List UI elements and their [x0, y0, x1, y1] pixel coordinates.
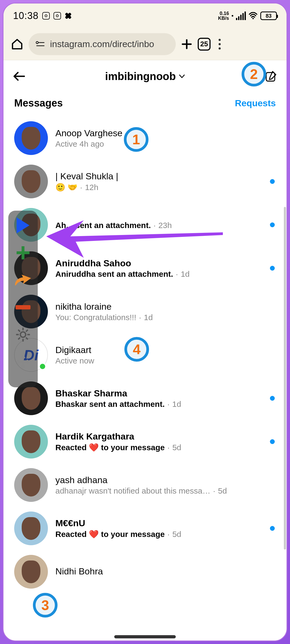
share-arrow-icon[interactable] — [14, 271, 32, 289]
unread-dot — [270, 179, 275, 184]
messages-heading: Messages — [14, 97, 63, 109]
gear-icon[interactable] — [14, 325, 32, 344]
instagram-icon — [54, 12, 61, 20]
status-bar: 10:38 0.16 KB/s 83 — [3, 3, 287, 28]
minus-icon[interactable] — [14, 298, 32, 317]
chat-row[interactable]: Aniruddha SahooAniruddha sent an attachm… — [3, 247, 287, 290]
status-time: 10:38 — [13, 10, 39, 21]
browser-bar: instagram.com/direct/inbo 25 — [3, 28, 287, 60]
url-text: instagram.com/direct/inbo — [50, 39, 154, 49]
username-label: imbibingnoob — [105, 70, 176, 82]
move-icon[interactable] — [14, 353, 32, 371]
compose-icon[interactable] — [265, 70, 277, 82]
svg-line-12 — [18, 330, 20, 332]
chat-row[interactable]: Hardik KargatharaReacted ❤️ to your mess… — [3, 420, 287, 463]
tab-switcher[interactable]: 25 — [198, 38, 211, 51]
unread-dot — [270, 439, 275, 444]
chat-name: Bhaskar Sharma — [55, 388, 262, 399]
chat-row[interactable]: DiDigikaartActive now — [3, 333, 287, 377]
chat-name: Nidhi Bohra — [55, 566, 276, 577]
site-settings-icon — [36, 40, 45, 48]
signal-icon — [236, 12, 246, 20]
chat-text: Nidhi Bohra — [55, 566, 276, 578]
chat-preview: Aniruddha sent an attachment. · 1d — [55, 270, 262, 279]
chat-preview: adhanajr wasn't notified about this mess… — [55, 486, 276, 495]
avatar[interactable] — [14, 555, 48, 589]
menu-icon[interactable] — [219, 39, 221, 50]
signal-dot — [232, 15, 233, 17]
chat-name: Aniruddha Sahoo — [55, 258, 262, 268]
chat-name: Digikaart — [55, 345, 276, 355]
chat-row[interactable]: Bhaskar SharmaBhaskar sent an attachment… — [3, 377, 287, 420]
chat-text: yash adhanaadhanajr wasn't notified abou… — [55, 475, 276, 495]
account-switcher[interactable]: imbibingnoob — [30, 70, 260, 82]
play-icon[interactable] — [14, 216, 32, 235]
chat-row[interactable]: Nidhi Bohra — [3, 550, 287, 593]
unread-dot — [270, 222, 275, 227]
new-tab-icon[interactable] — [181, 39, 192, 50]
chat-list: Anoop VargheseActive 4h ago| Keval Shukl… — [3, 114, 287, 596]
avatar-silhouette — [22, 127, 40, 150]
scrollbar[interactable] — [284, 207, 286, 550]
bandaid-icon — [63, 11, 73, 21]
svg-line-14 — [26, 330, 28, 332]
chat-text: Bhaskar SharmaBhaskar sent an attachment… — [55, 388, 262, 409]
chat-name: yash adhana — [55, 475, 276, 485]
chat-name: Hardik Kargathara — [55, 431, 262, 442]
svg-point-1 — [36, 41, 38, 44]
avatar[interactable] — [14, 468, 48, 502]
unread-dot — [270, 266, 275, 271]
chat-text: Aniruddha SahooAniruddha sent an attachm… — [55, 258, 262, 279]
avatar[interactable] — [14, 425, 48, 459]
chat-row[interactable]: Anoop VargheseActive 4h ago — [3, 116, 287, 160]
back-icon[interactable] — [13, 71, 25, 81]
chat-name: | Keval Shukla | — [55, 171, 262, 181]
page-header: imbibingnoob — [3, 60, 287, 92]
android-nav-pill[interactable] — [114, 635, 176, 638]
wifi-icon — [249, 12, 258, 20]
chat-text: | Keval Shukla |🙂 🤝 · 12h — [55, 171, 262, 192]
chevron-down-icon — [179, 74, 185, 78]
unread-dot — [270, 396, 275, 401]
chat-row[interactable]: | Keval Shukla |🙂 🤝 · 12h — [3, 160, 287, 203]
chat-text: Anoop VargheseActive 4h ago — [55, 128, 276, 149]
url-bar[interactable]: instagram.com/direct/inbo — [29, 33, 176, 55]
chat-preview: Active now — [55, 356, 276, 365]
svg-point-7 — [20, 332, 26, 337]
chat-preview: Reacted ❤️ to your message · 5d — [55, 529, 262, 539]
chat-text: nikitha loraineYou: Congratulations!!! ·… — [55, 301, 276, 322]
chat-preview: Ah... sent an attachment. · 23h — [55, 221, 262, 230]
home-icon[interactable] — [11, 38, 23, 50]
avatar-silhouette — [22, 474, 40, 497]
chat-row[interactable]: nikitha loraineYou: Congratulations!!! ·… — [3, 290, 287, 333]
avatar[interactable] — [14, 165, 48, 198]
chat-name: Anoop Varghese — [55, 128, 276, 138]
chat-preview: 🙂 🤝 · 12h — [55, 183, 262, 192]
plus-icon[interactable]: + — [14, 243, 32, 262]
chat-preview: Bhaskar sent an attachment. · 1d — [55, 400, 262, 409]
annotation-3: 3 — [33, 593, 58, 618]
chat-row[interactable]: Ah... sent an attachment. · 23h — [3, 203, 287, 247]
chat-name: nikitha loraine — [55, 301, 276, 312]
avatar[interactable] — [14, 512, 48, 545]
chat-text: M€€nUReacted ❤️ to your message · 5d — [55, 518, 262, 539]
data-rate: 0.16 KB/s — [218, 11, 229, 21]
svg-line-15 — [18, 338, 20, 339]
chat-preview: Reacted ❤️ to your message · 5d — [55, 443, 262, 452]
chat-name: M€€nU — [55, 518, 262, 528]
svg-line-13 — [26, 338, 28, 339]
avatar-silhouette — [22, 387, 40, 410]
avatar[interactable] — [14, 121, 48, 155]
section-header: Messages Requests — [3, 92, 287, 114]
tool-overlay[interactable]: + — [8, 211, 38, 387]
chat-text: Hardik KargatharaReacted ❤️ to your mess… — [55, 431, 262, 452]
avatar-silhouette — [22, 430, 40, 453]
avatar-silhouette — [22, 560, 40, 583]
chat-row[interactable]: yash adhanaadhanajr wasn't notified abou… — [3, 463, 287, 507]
battery-indicator: 83 — [260, 12, 277, 20]
avatar-silhouette — [22, 517, 40, 540]
chat-row[interactable]: M€€nUReacted ❤️ to your message · 5d — [3, 507, 287, 550]
requests-link[interactable]: Requests — [235, 98, 276, 108]
chat-text: Ah... sent an attachment. · 23h — [55, 220, 262, 230]
online-dot — [39, 363, 46, 370]
